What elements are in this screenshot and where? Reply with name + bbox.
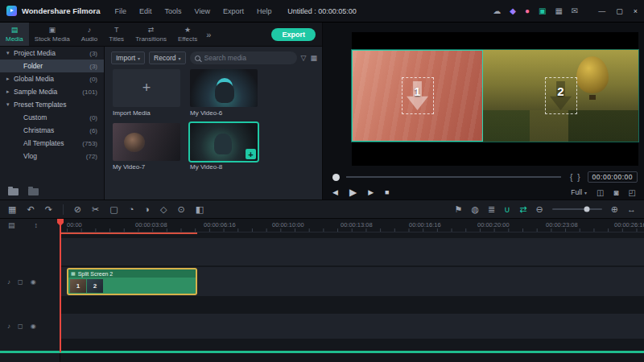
scrubber-track[interactable] xyxy=(346,176,561,178)
track-empty[interactable] xyxy=(60,238,644,265)
membership-icon[interactable]: ◆ xyxy=(510,6,516,15)
tab-transitions[interactable]: ⇄ Transitions xyxy=(130,23,172,46)
menu-file[interactable]: File xyxy=(115,7,127,15)
minimize-icon[interactable]: — xyxy=(598,7,605,15)
video-thumbnail[interactable]: + xyxy=(190,123,258,161)
dual-screen-icon[interactable]: ◫ xyxy=(597,188,604,197)
scrubber-handle[interactable] xyxy=(332,174,340,181)
zoom-slider[interactable] xyxy=(552,208,602,210)
mark-in-icon[interactable]: { xyxy=(570,173,572,182)
quality-dropdown[interactable]: Full ▾ xyxy=(571,188,587,196)
play-button[interactable]: ▶ xyxy=(349,187,357,198)
zoom-slider-handle[interactable] xyxy=(584,207,590,212)
hide-track-icon[interactable]: ◉ xyxy=(31,323,36,330)
sidebar-item-custom[interactable]: Custom (0) xyxy=(0,111,104,124)
add-to-timeline-icon[interactable]: + xyxy=(246,149,256,159)
search-input[interactable] xyxy=(204,54,292,62)
maximize-icon[interactable]: ▢ xyxy=(616,7,623,15)
redo-icon[interactable]: ↷ xyxy=(45,205,52,214)
manage-tracks-icon[interactable]: ▦ xyxy=(8,205,16,214)
tab-media[interactable]: ▤ Media xyxy=(0,23,29,46)
sidebar-item-vlog[interactable]: Vlog (72) xyxy=(0,150,104,162)
chevron-right-icon[interactable]: ▸ xyxy=(6,76,14,82)
next-frame-icon[interactable]: ▶ xyxy=(368,188,374,196)
mark-out-icon[interactable]: } xyxy=(577,173,580,182)
undo-icon[interactable]: ↶ xyxy=(27,205,34,214)
tab-titles[interactable]: T Titles xyxy=(103,23,130,46)
split-cell-1[interactable]: 1 xyxy=(352,50,483,142)
messages-icon[interactable]: ✉ xyxy=(572,6,578,15)
mask-icon[interactable]: ◧ xyxy=(196,205,204,214)
snap-icon[interactable]: ∪ xyxy=(504,205,510,214)
menu-export[interactable]: Export xyxy=(223,7,244,15)
sidebar-item-christmas[interactable]: Christmas (6) xyxy=(0,124,104,137)
tab-stock-media[interactable]: ▣ Stock Media xyxy=(29,23,76,46)
fit-timeline-icon[interactable]: ↔ xyxy=(627,205,636,214)
track-audio-1[interactable] xyxy=(60,314,644,339)
zoom-out-icon[interactable]: ⊖ xyxy=(536,205,543,214)
timeline-menu-icon[interactable]: ▤ xyxy=(8,221,15,229)
more-tabs-icon[interactable]: » xyxy=(206,30,211,39)
sidebar-item-sample-media[interactable]: ▸ Sample Media (101) xyxy=(0,85,104,98)
menu-help[interactable]: Help xyxy=(257,7,272,15)
media-tile-my-video-6[interactable]: My Video-6 xyxy=(190,69,258,117)
voiceover-icon[interactable]: ◍ xyxy=(471,205,479,214)
sidebar-item-project-media[interactable]: ▾ Project Media (3) xyxy=(0,47,104,60)
timeline-horizontal-scrollbar[interactable] xyxy=(0,351,644,353)
motion-tracking-icon[interactable]: ⊙ xyxy=(177,205,184,214)
previous-frame-icon[interactable]: ◀ xyxy=(332,188,338,196)
add-folder-icon[interactable] xyxy=(8,188,19,195)
mute-track-icon[interactable]: ♪ xyxy=(7,323,10,330)
timeline-ruler[interactable]: 00:00 00:00:03:08 00:00:06:16 00:00:10:0… xyxy=(60,219,644,232)
tab-effects[interactable]: ★ Effects xyxy=(172,23,203,46)
snapshot-icon[interactable]: ◙ xyxy=(614,188,619,197)
speed-icon[interactable]: ◔ xyxy=(129,205,134,214)
export-button[interactable]: Export xyxy=(271,28,316,41)
sidebar-item-global-media[interactable]: ▸ Global Media (0) xyxy=(0,72,104,85)
marker-icon[interactable]: ⚑ xyxy=(455,205,463,214)
chevron-right-icon[interactable]: ▸ xyxy=(6,88,14,95)
delete-icon[interactable]: ⊘ xyxy=(74,205,81,214)
sidebar-item-all-templates[interactable]: All Templates (753) xyxy=(0,137,104,150)
stop-button[interactable]: ■ xyxy=(385,188,389,196)
media-tile-my-video-8[interactable]: + My Video-8 xyxy=(190,123,258,171)
record-dropdown[interactable]: Record ▾ xyxy=(149,51,185,64)
video-thumbnail[interactable] xyxy=(113,123,180,161)
resources-icon[interactable]: ▣ xyxy=(539,6,546,15)
import-plus-icon[interactable]: + xyxy=(113,69,180,107)
grid-view-icon[interactable]: ▦ xyxy=(310,54,317,62)
split-cell-2[interactable]: 2 xyxy=(483,50,638,142)
lock-track-icon[interactable]: ◻ xyxy=(18,323,23,330)
timeline-playhead[interactable] xyxy=(60,219,61,352)
timeline-clip-split-screen-2[interactable]: ▦ Split Screen 2 1 2 xyxy=(67,268,197,295)
sidebar-item-preset-templates[interactable]: ▾ Preset Templates xyxy=(0,98,104,111)
menu-tools[interactable]: Tools xyxy=(165,7,182,15)
tab-audio[interactable]: ♪ Audio xyxy=(76,23,103,46)
import-media-tile[interactable]: + Import Media xyxy=(113,69,180,117)
chevron-down-icon[interactable]: ▾ xyxy=(6,101,14,108)
cloud-sync-icon[interactable]: ☁ xyxy=(493,6,501,15)
mute-track-icon[interactable]: ♪ xyxy=(7,278,10,286)
menu-edit[interactable]: Edit xyxy=(139,7,152,15)
color-correction-icon[interactable]: ◑ xyxy=(144,205,150,214)
auto-ripple-icon[interactable]: ⇄ xyxy=(519,205,526,214)
filter-icon[interactable]: ▽ xyxy=(301,54,307,62)
search-box[interactable] xyxy=(190,51,297,64)
zoom-in-icon[interactable]: ⊕ xyxy=(611,205,618,214)
crop-icon[interactable]: ▢ xyxy=(109,205,118,214)
keyframe-icon[interactable]: ◇ xyxy=(160,205,167,214)
split-icon[interactable]: ✂ xyxy=(92,205,99,214)
chevron-down-icon[interactable]: ▾ xyxy=(6,50,14,56)
sidebar-item-folder[interactable]: Folder (3) xyxy=(0,60,104,72)
media-tile-my-video-7[interactable]: My Video-7 xyxy=(113,123,180,171)
delete-folder-icon[interactable] xyxy=(28,188,39,195)
hide-track-icon[interactable]: ◉ xyxy=(31,278,36,286)
fullscreen-icon[interactable]: ◰ xyxy=(629,188,636,197)
workspace-icon[interactable]: ▦ xyxy=(555,6,562,15)
track-height-icon[interactable]: ↕ xyxy=(35,221,39,229)
video-thumbnail[interactable] xyxy=(190,69,258,107)
close-icon[interactable]: × xyxy=(634,7,638,15)
audio-mixer-icon[interactable]: ≣ xyxy=(488,205,495,214)
menu-view[interactable]: View xyxy=(195,7,210,15)
lock-track-icon[interactable]: ◻ xyxy=(18,278,23,286)
